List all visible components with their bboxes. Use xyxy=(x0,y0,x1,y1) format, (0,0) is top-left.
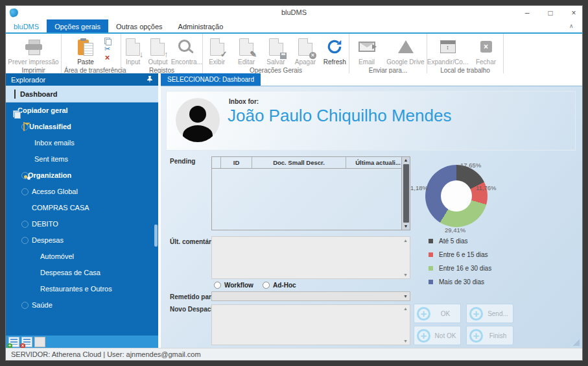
pending-table-scrollbar[interactable]: ▲ ▼ xyxy=(401,157,410,230)
close-workspace-button[interactable]: × Fechar xyxy=(469,36,503,66)
remetido-para-combobox[interactable]: ▼ xyxy=(211,291,410,301)
user-name: João Paulo Chiquilho Mendes xyxy=(228,106,578,126)
novo-despacho-textarea[interactable]: ▲ ▼ xyxy=(211,304,410,345)
show-button[interactable]: ✓ Exibir xyxy=(203,36,231,66)
printer-icon xyxy=(25,37,42,56)
selected-dashboard-tab[interactable]: SELECCIONADO: Dashboard xyxy=(161,73,261,86)
clipboard-paste-icon xyxy=(78,37,93,56)
sidebar-item-debito[interactable]: DEBITO xyxy=(6,215,158,232)
save-button[interactable]: Salvar xyxy=(262,36,290,66)
search-magnifier-icon xyxy=(178,37,194,56)
delete-button[interactable]: × Apagar xyxy=(291,36,319,66)
sidebar-item-sent-items[interactable]: Sent items xyxy=(6,151,158,167)
workflow-radio[interactable]: Workflow xyxy=(214,282,253,289)
tab-bludms[interactable]: bluDMS xyxy=(6,19,47,32)
plus-circle-icon: + xyxy=(417,329,430,343)
send-button[interactable]: + Send... xyxy=(466,304,513,323)
scroll-up-icon[interactable]: ▲ xyxy=(404,157,408,164)
copy-icon[interactable] xyxy=(102,36,112,45)
scroll-down-icon[interactable]: ▼ xyxy=(404,223,408,230)
google-drive-button[interactable]: Google Drive xyxy=(385,36,427,66)
close-button[interactable]: × xyxy=(569,8,578,18)
output-button[interactable]: ↑ Output xyxy=(146,36,169,66)
mail-icon xyxy=(23,123,25,130)
tab-opcoes-gerais[interactable]: Opções gerais xyxy=(47,19,108,32)
legend-swatch xyxy=(429,239,433,243)
expander-icon[interactable] xyxy=(21,237,29,244)
sidebar-item-despesas[interactable]: Despesas xyxy=(6,232,158,248)
col-id[interactable]: ID xyxy=(221,157,252,168)
refresh-icon xyxy=(326,37,343,56)
scroll-down-icon[interactable]: ▼ xyxy=(403,339,408,343)
radio-circle-icon[interactable] xyxy=(214,282,221,289)
remove-list-icon[interactable]: × xyxy=(21,337,32,347)
scrollbar-thumb[interactable] xyxy=(403,164,409,223)
radio-circle-icon[interactable] xyxy=(263,282,270,289)
scroll-up-icon[interactable]: ▲ xyxy=(403,238,408,243)
sidebar-scrollbar[interactable] xyxy=(154,225,158,247)
ribbon-collapse-chevron-icon[interactable]: ∧ xyxy=(569,23,574,28)
sidebar-item-unclassified[interactable]: Unclassified xyxy=(6,118,158,134)
paste-button[interactable]: Paste xyxy=(70,36,101,66)
tab-administracao[interactable]: Administração xyxy=(171,19,231,32)
sidebar-item-saude[interactable]: Saúde xyxy=(6,297,158,313)
window-title: bluDMS xyxy=(6,8,582,16)
plus-circle-icon: + xyxy=(469,307,483,321)
minimize-button[interactable]: – xyxy=(523,8,532,18)
expand-collapse-button[interactable]: ↕ Expandir/Co... xyxy=(428,36,468,66)
adhoc-radio[interactable]: Ad-Hoc xyxy=(263,282,296,289)
finish-button[interactable]: + Finish xyxy=(466,326,513,345)
google-drive-icon xyxy=(398,37,414,56)
sidebar-item-restaurantes-e-outros[interactable]: Restaurantes e Outros xyxy=(6,280,158,297)
find-button[interactable]: Encontra... xyxy=(171,36,202,66)
explorer-sidebar: Explorador Dashboard Copiador geral Uncl… xyxy=(6,73,158,348)
col-ultima-actualizacao[interactable]: Última actuali... xyxy=(346,157,410,168)
ribbon-tab-bar: bluDMS Opções gerais Outras opções Admin… xyxy=(6,19,582,34)
resize-grip[interactable] xyxy=(573,339,580,346)
pin-icon[interactable] xyxy=(147,76,153,84)
sidebar-item-dashboard[interactable]: Dashboard xyxy=(6,86,158,103)
sidebar-item-acesso-global[interactable]: Acesso Global xyxy=(6,183,158,199)
donut-chart xyxy=(425,165,488,227)
email-button[interactable]: Email xyxy=(350,36,384,66)
edit-button[interactable]: ✎ Editar xyxy=(232,36,260,66)
expander-icon[interactable] xyxy=(21,302,29,309)
scroll-down-icon[interactable]: ▼ xyxy=(403,273,408,277)
title-bar: bluDMS – □ × xyxy=(6,6,582,19)
not-ok-button[interactable]: + Not OK xyxy=(414,326,461,345)
server-user-status: SERVIDOR: Atherena Cloud | User: ajnmend… xyxy=(11,350,201,358)
sidebar-item-organization[interactable]: Organization xyxy=(6,167,158,183)
tab-outras-opcoes[interactable]: Outras opções xyxy=(108,19,171,32)
plus-circle-icon: + xyxy=(417,307,430,321)
document-check-icon: ✓ xyxy=(210,37,224,56)
sidebar-item-compras-casa[interactable]: COMPRAS CASA xyxy=(6,199,158,215)
dashboard-panel: Inbox for: João Paulo Chiquilho Mendes P… xyxy=(161,86,582,348)
input-button[interactable]: ↓ Input xyxy=(121,36,145,66)
pending-table[interactable]: ID Doc. Small Descr. Última actuali... ▲… xyxy=(211,156,410,230)
expander-icon[interactable] xyxy=(21,188,29,195)
col-doc-small-descr[interactable]: Doc. Small Descr. xyxy=(252,157,346,168)
last-comment-textarea[interactable]: ▲ ▼ xyxy=(211,236,410,279)
add-list-icon[interactable]: + xyxy=(8,337,19,347)
legend-item: Entre 6 e 15 dias xyxy=(429,248,491,262)
maximize-button[interactable]: □ xyxy=(546,8,555,18)
chart-legend: Até 5 dias Entre 6 e 15 dias Entre 16 e … xyxy=(429,234,491,289)
expander-icon[interactable] xyxy=(21,221,29,228)
legend-item: Mais de 30 dias xyxy=(429,275,491,289)
sidebar-header: Explorador xyxy=(6,73,158,86)
legend-swatch xyxy=(429,252,433,257)
ribbon-group-local: ↕ Expandir/Co... × Fechar Local de traba… xyxy=(427,34,504,73)
sidebar-item-inbox-emails[interactable]: Inbox emails xyxy=(6,134,158,151)
sidebar-item-despesas-de-casa[interactable]: Despesas de Casa xyxy=(6,264,158,280)
blank-doc-icon[interactable] xyxy=(34,337,45,347)
refresh-button[interactable]: Refresh xyxy=(321,36,349,66)
ok-button[interactable]: + OK xyxy=(414,304,461,323)
sidebar-item-automovel[interactable]: Automóvel xyxy=(6,248,158,264)
dashboard-icon xyxy=(14,90,16,98)
sidebar-item-copiador-geral[interactable]: Copiador geral xyxy=(6,102,158,118)
last-comment-label: Últ. comentário xyxy=(170,238,217,245)
dropdown-arrow-icon[interactable]: ▼ xyxy=(403,294,408,299)
scroll-up-icon[interactable]: ▲ xyxy=(403,306,408,311)
delete-x-icon[interactable]: × xyxy=(102,53,112,62)
preview-print-button[interactable]: Prever impressão xyxy=(7,36,60,66)
